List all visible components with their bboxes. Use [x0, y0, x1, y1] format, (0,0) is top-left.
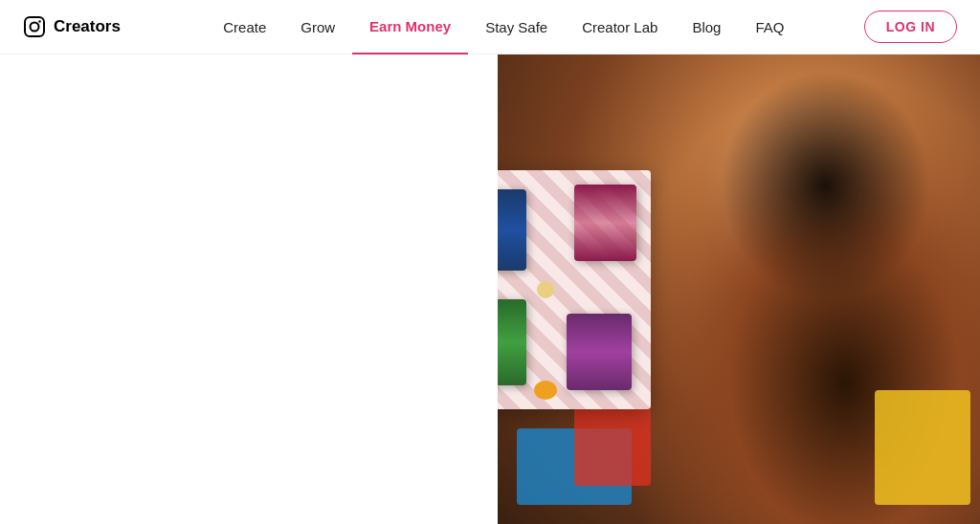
nav-create[interactable]: Create — [206, 0, 283, 55]
login-button[interactable]: LOG IN — [864, 11, 957, 43]
main-nav: Create Grow Earn Money Stay Safe Creator… — [206, 0, 801, 55]
flatlay-product-4 — [567, 314, 632, 390]
flatlay-product-3 — [498, 299, 526, 385]
flatlay-product-2 — [574, 185, 636, 261]
brand-section: Creators — [23, 15, 121, 38]
main-content: MAKE THAT MONEY Get paid for thework you… — [0, 55, 980, 524]
clothing-yellow — [875, 390, 970, 505]
flatlay-fruit-1 — [534, 381, 557, 400]
flatlay-image — [498, 170, 651, 409]
brand-name: Creators — [54, 17, 121, 36]
flatlay-fruit-2 — [537, 281, 554, 298]
instagram-icon — [23, 15, 46, 38]
nav-earn-money[interactable]: Earn Money — [352, 0, 468, 55]
nav-blog[interactable]: Blog — [675, 0, 738, 55]
nav-grow[interactable]: Grow — [283, 0, 352, 55]
svg-point-1 — [31, 23, 39, 32]
header: Creators Create Grow Earn Money Stay Saf… — [0, 0, 980, 55]
flatlay-product-1 — [498, 189, 526, 271]
text-background — [0, 55, 498, 524]
flatlay-background — [498, 170, 651, 409]
nav-creator-lab[interactable]: Creator Lab — [565, 0, 675, 55]
nav-faq[interactable]: FAQ — [738, 0, 801, 55]
nav-stay-safe[interactable]: Stay Safe — [468, 0, 565, 55]
hero-image — [498, 55, 980, 524]
svg-point-2 — [38, 20, 40, 22]
svg-rect-0 — [25, 17, 44, 36]
